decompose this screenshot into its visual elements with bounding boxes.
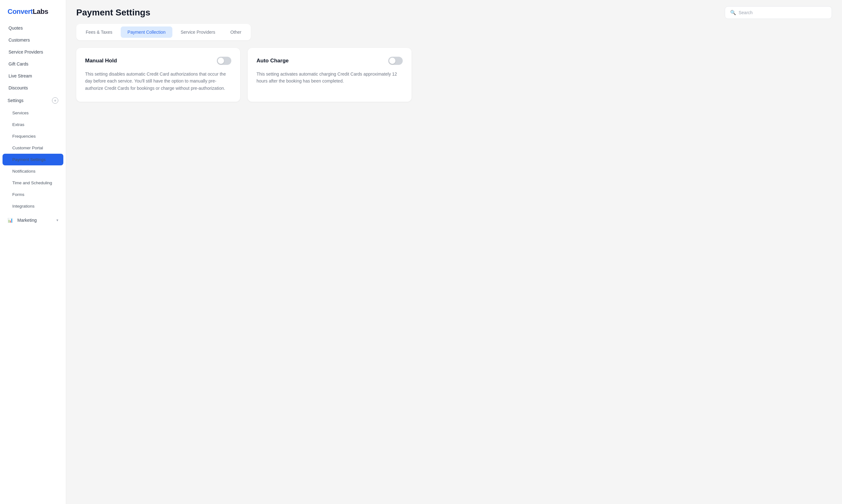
sidebar-item-frequencies[interactable]: Frequencies bbox=[0, 130, 66, 142]
sidebar-item-notifications[interactable]: Notifications bbox=[0, 165, 66, 177]
sidebar-item-customer-portal[interactable]: Customer Portal bbox=[0, 142, 66, 154]
sidebar-marketing-section[interactable]: 📊 Marketing ▾ bbox=[0, 215, 66, 226]
sidebar-item-payment-settings[interactable]: Payment Settings bbox=[2, 154, 63, 165]
chevron-down-icon: ▾ bbox=[56, 218, 58, 222]
marketing-icon: 📊 bbox=[7, 218, 13, 223]
sidebar-item-discounts[interactable]: Discounts bbox=[0, 82, 66, 94]
manual-hold-title: Manual Hold bbox=[85, 58, 117, 64]
sidebar-item-forms[interactable]: Forms bbox=[0, 189, 66, 200]
sidebar-item-integrations[interactable]: Integrations bbox=[0, 200, 66, 212]
auto-charge-card: Auto Charge This setting activates autom… bbox=[248, 48, 412, 102]
manual-hold-card-header: Manual Hold bbox=[85, 57, 231, 65]
sidebar-item-time-scheduling[interactable]: Time and Scheduling bbox=[0, 177, 66, 189]
sidebar-item-gift-cards[interactable]: Gift Cards bbox=[0, 58, 66, 70]
sidebar-item-customers[interactable]: Customers bbox=[0, 34, 66, 46]
auto-charge-toggle[interactable] bbox=[388, 57, 403, 65]
auto-charge-title: Auto Charge bbox=[256, 58, 289, 64]
tab-payment-collection[interactable]: Payment Collection bbox=[121, 26, 173, 38]
auto-charge-card-header: Auto Charge bbox=[256, 57, 403, 65]
sidebar-item-quotes[interactable]: Quotes bbox=[0, 22, 66, 34]
sidebar-item-service-providers[interactable]: Service Providers bbox=[0, 46, 66, 58]
auto-charge-description: This setting activates automatic chargin… bbox=[256, 71, 403, 85]
tab-service-providers[interactable]: Service Providers bbox=[174, 26, 222, 38]
sidebar-item-live-stream[interactable]: Live Stream bbox=[0, 70, 66, 82]
page-header: Payment Settings 🔍 bbox=[66, 0, 842, 24]
page-title: Payment Settings bbox=[76, 7, 150, 18]
search-icon: 🔍 bbox=[730, 10, 736, 15]
sidebar-settings-section[interactable]: Settings + bbox=[0, 94, 66, 107]
search-input[interactable] bbox=[739, 10, 827, 15]
tab-fees-taxes[interactable]: Fees & Taxes bbox=[79, 26, 120, 38]
manual-hold-card: Manual Hold This setting disables automa… bbox=[76, 48, 240, 102]
sidebar-item-extras[interactable]: Extras bbox=[0, 119, 66, 130]
tabs-bar: Fees & Taxes Payment Collection Service … bbox=[76, 24, 251, 40]
manual-hold-description: This setting disables automatic Credit C… bbox=[85, 71, 231, 92]
sidebar-item-services[interactable]: Services bbox=[0, 107, 66, 119]
sidebar: ConvertLabs Quotes Customers Service Pro… bbox=[0, 0, 66, 504]
main-area: Payment Settings 🔍 Fees & Taxes Payment … bbox=[66, 0, 842, 504]
cards-row: Manual Hold This setting disables automa… bbox=[76, 48, 832, 102]
settings-add-icon[interactable]: + bbox=[52, 97, 58, 104]
manual-hold-toggle[interactable] bbox=[217, 57, 231, 65]
content-area: Fees & Taxes Payment Collection Service … bbox=[66, 24, 842, 504]
search-box[interactable]: 🔍 bbox=[725, 6, 832, 19]
brand-logo: ConvertLabs bbox=[0, 5, 66, 22]
tab-other[interactable]: Other bbox=[223, 26, 248, 38]
brand-labs: Labs bbox=[33, 7, 48, 15]
brand-convert: Convert bbox=[7, 7, 33, 15]
